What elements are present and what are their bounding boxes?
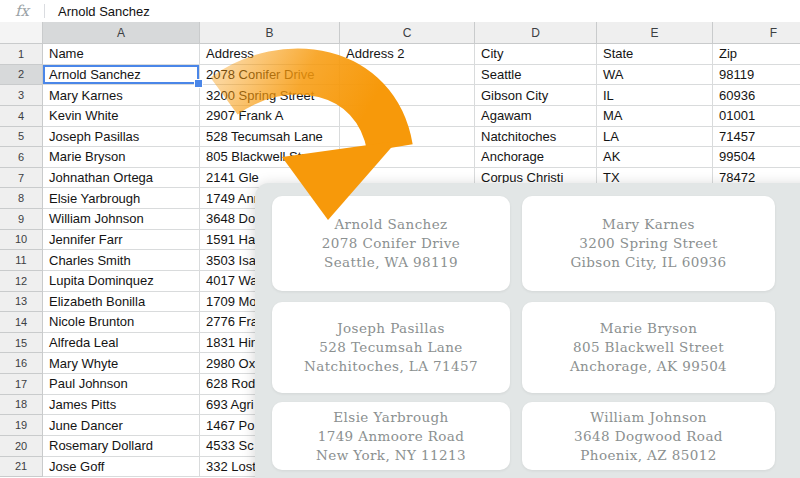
- row-header-4[interactable]: 4: [0, 106, 43, 127]
- row-header-7[interactable]: 7: [0, 168, 43, 189]
- cell-E4[interactable]: MA: [597, 106, 713, 127]
- col-header-B[interactable]: B: [200, 22, 340, 44]
- label-city-line: Gibson City, IL 60936: [570, 253, 726, 272]
- cell-A21[interactable]: Jose Goff: [43, 457, 200, 478]
- col-header-D[interactable]: D: [475, 22, 597, 44]
- cell-D4[interactable]: Agawam: [475, 106, 597, 127]
- cell-D1[interactable]: City: [475, 44, 597, 65]
- label-city-line: Natchitoches, LA 71457: [304, 357, 478, 376]
- cell-D3[interactable]: Gibson City: [475, 85, 597, 106]
- cell-C4[interactable]: [340, 106, 475, 127]
- cell-B3[interactable]: 3200 Spring Street: [200, 85, 340, 106]
- cell-A11[interactable]: Charles Smith: [43, 250, 200, 271]
- label-city-line: New York, NY 11213: [316, 446, 466, 465]
- cell-B4[interactable]: 2907 Frank A: [200, 106, 340, 127]
- cell-A12[interactable]: Lupita Dominquez: [43, 271, 200, 292]
- row-header-5[interactable]: 5: [0, 127, 43, 148]
- row-header-12[interactable]: 12: [0, 271, 43, 292]
- label-street: 805 Blackwell Street: [573, 338, 724, 357]
- row-header-14[interactable]: 14: [0, 312, 43, 333]
- label-name: Elsie Yarbrough: [333, 408, 448, 427]
- label-street: 3648 Dogwood Road: [574, 427, 723, 446]
- row-header-19[interactable]: 19: [0, 415, 43, 436]
- address-label: Arnold Sanchez2078 Conifer DriveSeattle,…: [272, 196, 510, 291]
- row-header-21[interactable]: 21: [0, 457, 43, 478]
- cell-A15[interactable]: Alfreda Leal: [43, 333, 200, 354]
- label-city-line: Seattle, WA 98119: [324, 253, 458, 272]
- cell-A9[interactable]: William Johnson: [43, 209, 200, 230]
- label-name: Mary Karnes: [602, 215, 695, 234]
- cell-A20[interactable]: Rosemary Dollard: [43, 436, 200, 457]
- cell-B2[interactable]: 2078 Conifer Drive: [200, 65, 340, 86]
- cell-C3[interactable]: [340, 85, 475, 106]
- cell-E3[interactable]: IL: [597, 85, 713, 106]
- row-header-9[interactable]: 9: [0, 209, 43, 230]
- formula-input[interactable]: Arnold Sanchez: [58, 4, 150, 19]
- cell-F6[interactable]: 99504: [713, 147, 800, 168]
- label-street: 2078 Conifer Drive: [322, 234, 460, 253]
- row-header-10[interactable]: 10: [0, 230, 43, 251]
- spreadsheet-app: fx Arnold Sanchez ABCDEF1NameAddressAddr…: [0, 0, 800, 478]
- cell-E5[interactable]: LA: [597, 127, 713, 148]
- cell-F1[interactable]: Zip: [713, 44, 800, 65]
- cell-A3[interactable]: Mary Karnes: [43, 85, 200, 106]
- cell-A16[interactable]: Mary Whyte: [43, 353, 200, 374]
- cell-D2[interactable]: Seattle: [475, 65, 597, 86]
- cell-A18[interactable]: James Pitts: [43, 395, 200, 416]
- cell-F5[interactable]: 71457: [713, 127, 800, 148]
- select-all-corner[interactable]: [0, 22, 43, 44]
- cell-A13[interactable]: Elizabeth Bonilla: [43, 292, 200, 313]
- col-header-F[interactable]: F: [713, 22, 800, 44]
- cell-A4[interactable]: Kevin White: [43, 106, 200, 127]
- address-label: Marie Bryson805 Blackwell StreetAnchorag…: [522, 302, 775, 393]
- cell-B1[interactable]: Address: [200, 44, 340, 65]
- row-header-8[interactable]: 8: [0, 188, 43, 209]
- cell-A8[interactable]: Elsie Yarbrough: [43, 188, 200, 209]
- label-street: 1749 Anmoore Road: [318, 427, 465, 446]
- cell-E2[interactable]: WA: [597, 65, 713, 86]
- cell-A2[interactable]: Arnold Sanchez: [43, 65, 200, 86]
- cell-A7[interactable]: Johnathan Ortega: [43, 168, 200, 189]
- cell-E6[interactable]: AK: [597, 147, 713, 168]
- label-city-line: Anchorage, AK 99504: [570, 357, 727, 376]
- cell-A6[interactable]: Marie Bryson: [43, 147, 200, 168]
- cell-B5[interactable]: 528 Tecumsah Lane: [200, 127, 340, 148]
- row-header-18[interactable]: 18: [0, 395, 43, 416]
- fx-icon: fx: [0, 2, 44, 20]
- cell-F4[interactable]: 01001: [713, 106, 800, 127]
- col-header-E[interactable]: E: [597, 22, 713, 44]
- row-header-1[interactable]: 1: [0, 44, 43, 65]
- col-header-A[interactable]: A: [43, 22, 200, 44]
- cell-C2[interactable]: [340, 65, 475, 86]
- cell-B6[interactable]: 805 Blackwell Street: [200, 147, 340, 168]
- label-name: Arnold Sanchez: [334, 215, 447, 234]
- row-header-17[interactable]: 17: [0, 374, 43, 395]
- cell-F3[interactable]: 60936: [713, 85, 800, 106]
- col-header-C[interactable]: C: [340, 22, 475, 44]
- row-header-2[interactable]: 2: [0, 65, 43, 86]
- cell-A10[interactable]: Jennifer Farr: [43, 230, 200, 251]
- labels-panel: Arnold Sanchez2078 Conifer DriveSeattle,…: [255, 183, 800, 478]
- cell-C5[interactable]: [340, 127, 475, 148]
- cell-F2[interactable]: 98119: [713, 65, 800, 86]
- cell-A1[interactable]: Name: [43, 44, 200, 65]
- row-header-11[interactable]: 11: [0, 250, 43, 271]
- cell-A14[interactable]: Nicole Brunton: [43, 312, 200, 333]
- cell-A17[interactable]: Paul Johnson: [43, 374, 200, 395]
- cell-E1[interactable]: State: [597, 44, 713, 65]
- cell-D5[interactable]: Natchitoches: [475, 127, 597, 148]
- address-label: Joseph Pasillas528 Tecumsah LaneNatchito…: [272, 302, 510, 393]
- row-header-6[interactable]: 6: [0, 147, 43, 168]
- row-header-15[interactable]: 15: [0, 333, 43, 354]
- cell-A5[interactable]: Joseph Pasillas: [43, 127, 200, 148]
- cell-A19[interactable]: June Dancer: [43, 415, 200, 436]
- cell-C1[interactable]: Address 2: [340, 44, 475, 65]
- formula-bar: fx Arnold Sanchez: [0, 0, 800, 22]
- row-header-20[interactable]: 20: [0, 436, 43, 457]
- address-label: William Johnson3648 Dogwood RoadPhoenix,…: [522, 402, 775, 470]
- row-header-16[interactable]: 16: [0, 353, 43, 374]
- row-header-3[interactable]: 3: [0, 85, 43, 106]
- cell-D6[interactable]: Anchorage: [475, 147, 597, 168]
- cell-C6[interactable]: [340, 147, 475, 168]
- row-header-13[interactable]: 13: [0, 292, 43, 313]
